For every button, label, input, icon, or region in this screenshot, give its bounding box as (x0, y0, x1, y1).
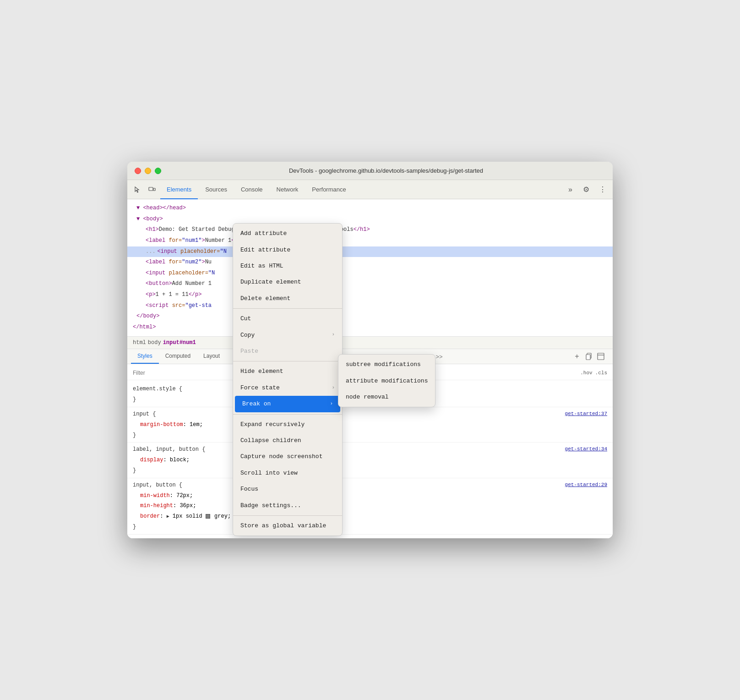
menu-badge[interactable]: Badge settings... (233, 498, 342, 514)
menu-edit-attr[interactable]: Edit attribute (233, 242, 342, 258)
color-swatch[interactable] (206, 514, 210, 519)
dom-line: <p>1 + 1 = 11</p> (127, 290, 613, 301)
menu-add-attr[interactable]: Add attribute (233, 225, 342, 241)
toolbar: Elements Sources Console Network Perform… (127, 180, 613, 199)
submenu-subtree[interactable]: subtree modifications (338, 356, 435, 372)
menu-collapse[interactable]: Collapse children (233, 432, 342, 448)
device-icon[interactable] (146, 183, 158, 196)
close-button[interactable] (135, 168, 141, 174)
breadcrumb-input[interactable]: input#num1 (163, 339, 196, 346)
dom-line: <label for="num2">Nu (127, 257, 613, 268)
window-title: DevTools - googlechrome.github.io/devtoo… (167, 167, 605, 174)
dom-line: <script src="get-sta (127, 301, 613, 312)
menu-paste: Paste (233, 343, 342, 359)
separator (233, 414, 342, 415)
settings-button[interactable]: ⚙ (580, 183, 593, 196)
menu-scroll[interactable]: Scroll into view (233, 465, 342, 481)
tab-computed[interactable]: Computed (159, 349, 197, 364)
break-on-submenu: subtree modifications attribute modifica… (338, 354, 435, 407)
menu-delete[interactable]: Delete element (233, 290, 342, 306)
tab-styles[interactable]: Styles (131, 349, 159, 364)
separator (233, 515, 342, 516)
submenu-removal[interactable]: node removal (338, 389, 435, 405)
dom-line: </html> (127, 322, 613, 333)
hover-icon: .hov (580, 370, 592, 376)
css-rule-input-button: input, button { get-started:29 min-width… (127, 478, 613, 535)
svg-rect-3 (586, 355, 590, 360)
dom-line: ▼ <head></head> (127, 203, 613, 214)
svg-rect-1 (153, 188, 155, 191)
context-menu: Add attribute Edit attribute Edit as HTM… (233, 223, 343, 536)
submenu-attribute[interactable]: attribute modifications (338, 373, 435, 389)
dom-line-highlighted: ...<input placeholder="N (127, 246, 613, 257)
breadcrumb-body[interactable]: body (148, 339, 161, 346)
breadcrumb-html[interactable]: html (133, 339, 146, 346)
dom-line: </body> (127, 311, 613, 322)
titlebar: DevTools - googlechrome.github.io/devtoo… (127, 162, 613, 180)
menu-cut[interactable]: Cut (233, 311, 342, 327)
cursor-icon[interactable] (131, 183, 144, 196)
submenu-arrow: › (332, 383, 335, 393)
breadcrumb: html body input#num1 (127, 337, 613, 349)
maximize-button[interactable] (155, 168, 161, 174)
tab-elements[interactable]: Elements (160, 183, 198, 196)
menu-duplicate[interactable]: Duplicate element (233, 274, 342, 290)
menu-capture[interactable]: Capture node screenshot (233, 448, 342, 465)
menu-hide[interactable]: Hide element (233, 363, 342, 379)
add-rule-icon[interactable]: + (572, 352, 582, 361)
dom-line: ▼ <body> (127, 214, 613, 225)
toggle-panel-icon[interactable] (596, 352, 605, 361)
css-rule-input: input { get-started:37 margin-bottom: 1e… (127, 407, 613, 443)
tab-network[interactable]: Network (270, 183, 305, 196)
svg-rect-0 (149, 187, 153, 191)
separator (233, 361, 342, 361)
dom-line: <h1>Demo: Get Started Debugging JavaScri… (127, 224, 613, 235)
dom-line: <button>Add Number 1 (127, 279, 613, 290)
more-options-button[interactable]: ⋮ (596, 183, 609, 196)
menu-focus[interactable]: Focus (233, 481, 342, 497)
traffic-lights (135, 168, 161, 174)
menu-break-on[interactable]: Break on › (235, 396, 340, 412)
tab-performance[interactable]: Performance (305, 183, 352, 196)
tab-layout[interactable]: Layout (197, 349, 226, 364)
separator (233, 308, 342, 309)
submenu-arrow: › (330, 399, 333, 409)
tab-console[interactable]: Console (234, 183, 269, 196)
dom-line: <label for="num1">Number 1</label> (127, 235, 613, 246)
menu-global-var[interactable]: Store as global variable (233, 518, 342, 534)
submenu-arrow: › (332, 330, 335, 339)
tab-sources[interactable]: Sources (199, 183, 234, 196)
cls-icon: .cls (595, 370, 607, 376)
css-rule-label-input-button: label, input, button { get-started:34 di… (127, 443, 613, 478)
copy-styles-icon[interactable] (584, 352, 593, 361)
devtools-window: DevTools - googlechrome.github.io/devtoo… (127, 162, 613, 538)
dom-tree: ▼ <head></head> ▼ <body> <h1>Demo: Get S… (127, 199, 613, 337)
tab-list: Elements Sources Console Network Perform… (160, 183, 563, 196)
more-tabs-button[interactable]: » (565, 184, 576, 196)
styles-toolbar: .hov .cls (580, 370, 607, 376)
minimize-button[interactable] (145, 168, 151, 174)
dom-line: <input placeholder="N (127, 268, 613, 279)
main-content: ▼ <head></head> ▼ <body> <h1>Demo: Get S… (127, 199, 613, 538)
svg-rect-4 (598, 353, 604, 360)
toolbar-right: » ⚙ ⋮ (565, 183, 609, 196)
menu-edit-html[interactable]: Edit as HTML (233, 258, 342, 274)
menu-expand[interactable]: Expand recursively (233, 416, 342, 432)
menu-copy[interactable]: Copy › (233, 327, 342, 343)
menu-force-state[interactable]: Force state › (233, 380, 342, 396)
